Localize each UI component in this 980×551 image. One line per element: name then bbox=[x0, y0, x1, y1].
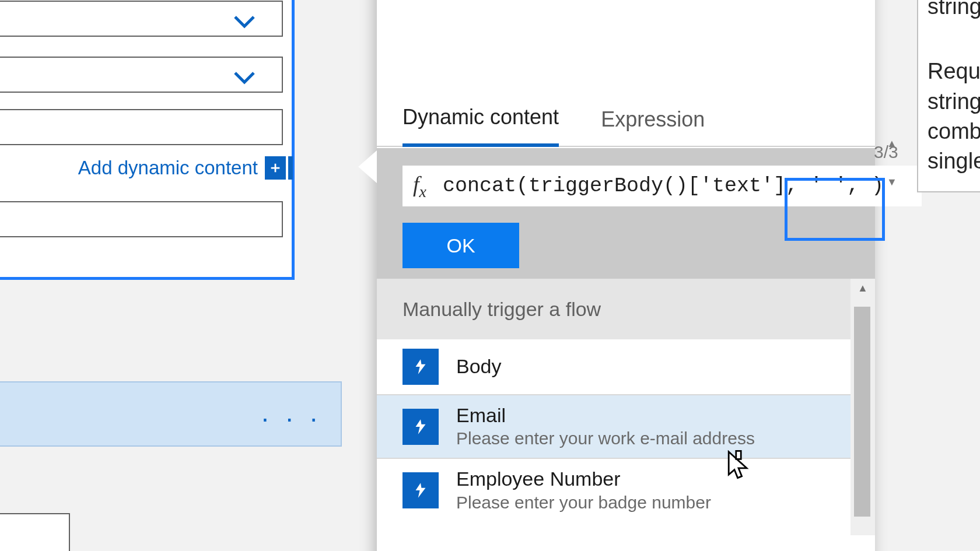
tab-expression[interactable]: Expression bbox=[601, 107, 705, 146]
more-icon[interactable]: · · · bbox=[261, 402, 322, 434]
popup-tabs: Dynamic content Expression bbox=[377, 83, 875, 147]
add-bar bbox=[288, 156, 293, 180]
item-title: Employee Number bbox=[456, 468, 711, 490]
plus-icon bbox=[265, 156, 286, 180]
trigger-icon bbox=[402, 472, 439, 508]
text-field-2[interactable] bbox=[0, 201, 283, 237]
pager-count: 3/3 bbox=[874, 142, 898, 162]
scroll-thumb[interactable] bbox=[854, 307, 870, 517]
tooltip-line2: Required. string combined single bbox=[928, 57, 980, 176]
fx-icon: fx bbox=[413, 171, 426, 201]
expression-bar: fx concat(triggerBody()['text'], ' ', ) … bbox=[377, 148, 875, 279]
item-subtitle: Please enter your badge number bbox=[456, 493, 711, 513]
add-dynamic-content-label: Add dynamic content bbox=[78, 157, 258, 179]
chevron-down-icon bbox=[230, 8, 258, 38]
ok-button[interactable]: OK bbox=[402, 223, 519, 268]
action-card bbox=[0, 0, 295, 280]
scroll-up-icon[interactable]: ▲ bbox=[850, 279, 875, 297]
dropdown-field-2[interactable] bbox=[0, 57, 283, 93]
trigger-icon bbox=[402, 409, 439, 445]
list-item[interactable]: Email Please enter your work e-mail addr… bbox=[377, 395, 850, 459]
item-title: Email bbox=[456, 405, 755, 426]
item-subtitle: Please enter your work e-mail address bbox=[456, 429, 755, 448]
item-title: Body bbox=[456, 356, 502, 377]
step-header[interactable]: · · · bbox=[0, 381, 342, 447]
expression-text: concat(triggerBody()['text'], ' ', ) bbox=[443, 174, 884, 198]
dynamic-content-popup: Dynamic content Expression fx concat(tri… bbox=[377, 0, 875, 551]
chevron-down-icon bbox=[230, 64, 258, 94]
dynamic-content-list: Body Email Please enter your work e-mail… bbox=[377, 339, 850, 522]
list-item[interactable]: Body bbox=[377, 339, 850, 395]
dropdown-field-1[interactable] bbox=[0, 1, 283, 37]
text-field-1[interactable] bbox=[0, 109, 283, 145]
trigger-icon bbox=[402, 349, 439, 385]
scrollbar[interactable]: ▲ bbox=[850, 279, 875, 535]
tooltip-line1: string bbox=[928, 0, 980, 22]
input-partial[interactable]: e bbox=[0, 513, 70, 551]
pager-down-icon[interactable]: ▼ bbox=[887, 176, 897, 188]
expression-input[interactable]: fx concat(triggerBody()['text'], ' ', ) bbox=[402, 166, 922, 206]
section-header: Manually trigger a flow bbox=[377, 279, 875, 339]
tab-dynamic-content[interactable]: Dynamic content bbox=[402, 105, 559, 147]
list-item[interactable]: Employee Number Please enter your badge … bbox=[377, 459, 850, 521]
function-tooltip: string Required. string combined single bbox=[917, 0, 980, 192]
add-dynamic-content-link[interactable]: Add dynamic content bbox=[0, 156, 293, 180]
popup-pointer bbox=[358, 150, 377, 183]
